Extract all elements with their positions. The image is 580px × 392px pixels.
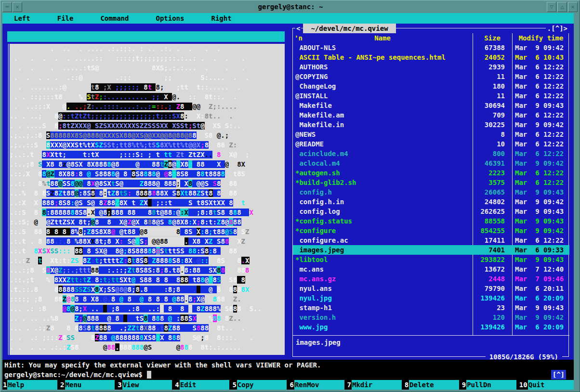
art-row: ... .: :8 @8@8;X .. ;8 .:8 ..: 8 8 8Z888… (10, 304, 285, 314)
file-row[interactable]: Makefile30694Mar 9 09:43 (293, 101, 569, 110)
panel-history-back-icon[interactable]: < (295, 24, 301, 33)
file-name: *config.status (293, 216, 472, 226)
file-size: 2939 (472, 62, 512, 72)
fkey-label: Edit (180, 380, 230, 390)
up-dir-badge[interactable]: [^] (551, 370, 566, 379)
file-row[interactable]: ASCII Table - ANSI~pe sequences.html2405… (293, 52, 569, 62)
file-row[interactable]: config.log262625Mar 9 09:43 (293, 207, 569, 216)
file-row[interactable]: @NEWS8Mar 6 12:22 (293, 130, 569, 139)
file-name: www.jpg (293, 322, 472, 332)
file-size: 79790 (472, 284, 512, 293)
file-size: 139426 (472, 322, 512, 332)
file-row[interactable]: mc.ans13672Mar 7 12:40 (293, 264, 569, 274)
file-name: @NEWS (293, 130, 472, 139)
file-name: config.log (293, 207, 472, 216)
fkey-view[interactable]: 3View (117, 380, 172, 390)
file-name: config.h (293, 187, 472, 197)
file-row[interactable]: Makefile.in30225Mar 9 09:42 (293, 120, 569, 130)
file-row[interactable]: config.h26065Mar 9 09:43 (293, 187, 569, 197)
art-row: .:.:Z t Xt:t:ZS 8Z:t;ttttZ:8t8S8 Z8888S8… (10, 256, 285, 265)
file-row[interactable]: @COPYING11Mar 6 12:22 (293, 72, 569, 81)
art-row: . .. . .... .:.:;:. : .. .:. . . . . (10, 44, 285, 53)
file-row[interactable]: ChangeLog180Mar 6 12:22 (293, 81, 569, 91)
file-row[interactable]: acinclude.m4800Mar 6 12:22 (293, 149, 569, 158)
file-row-selected[interactable]: images.jpeg7401Mar 6 09:33 (293, 245, 569, 255)
menu-bar: LeftFileCommandOptionsRight (2, 13, 574, 24)
fkey-label: Copy (237, 380, 287, 390)
file-size: 180 (472, 81, 512, 91)
fkey-label: Mkdir (352, 380, 402, 390)
file-size: 11 (472, 91, 512, 101)
file-name: config.h.in (293, 197, 472, 207)
quickview-status-bar: /home/gerge~images.jpeg 13428/14080 95% (7, 31, 285, 42)
shell-prompt[interactable]: gergely@stanc:~/devel/mc/mc.qview$ (4, 370, 151, 379)
window-shade-down-button[interactable]: ▽ (547, 2, 556, 12)
file-row[interactable]: aclocal.m446391Mar 9 09:42 (293, 158, 569, 168)
file-mtime: Mar 6 12:22 (512, 81, 569, 91)
file-row[interactable]: @README10Mar 6 12:22 (293, 139, 569, 149)
fkey-label: RenMov (294, 380, 344, 390)
fkey-help[interactable]: 1Help (2, 380, 57, 390)
file-row[interactable]: *libtool293822Mar 9 09:43 (293, 255, 569, 264)
file-name: version.h (293, 313, 472, 322)
file-name: @README (293, 139, 472, 149)
window-shade-up-button[interactable]: △ (557, 2, 567, 12)
file-mtime: Mar 9 09:43 (512, 207, 569, 216)
fkey-renmov[interactable]: 6RenMov (289, 380, 344, 390)
file-row[interactable]: nyul.ans79790Mar 6 20:11 (293, 284, 569, 293)
fkey-number: 6 (289, 380, 294, 390)
file-row[interactable]: mc.ans.gz2448Mar 7 09:46 (293, 274, 569, 284)
fkey-pulldn[interactable]: 9PullDn (461, 380, 516, 390)
file-row[interactable]: stamp-h123Mar 9 09:43 (293, 303, 569, 313)
file-name: AUTHORS (293, 62, 472, 72)
panel-path-title[interactable]: ~/devel/mc/mc.qview (303, 24, 396, 33)
file-row[interactable]: version.h120Mar 9 09:42 (293, 313, 569, 322)
file-name: ASCII Table - ANSI~pe sequences.html (293, 52, 472, 62)
file-size: 46391 (472, 158, 512, 168)
file-mtime: Mar 6 12:22 (512, 168, 569, 178)
panel-up-dir-icon[interactable]: .[^]> (546, 24, 569, 33)
file-mtime: Mar 9 09:43 (512, 255, 569, 264)
file-mtime: Mar 6 12:22 (512, 91, 569, 101)
file-row[interactable]: AUTHORS2939Mar 6 12:22 (293, 62, 569, 72)
file-row[interactable]: Makefile.am709Mar 6 12:22 (293, 110, 569, 120)
file-mtime: Mar 9 09:42 (512, 43, 569, 52)
fkey-number: 9 (461, 380, 466, 390)
file-list: ABOUT-NLS67388Mar 9 09:42 ASCII Table - … (293, 43, 569, 332)
file-row[interactable]: config.h.in24802Mar 9 09:42 (293, 197, 569, 207)
file-row[interactable]: @INSTALL11Mar 6 12:22 (293, 91, 569, 101)
file-size: 293822 (472, 255, 512, 264)
fkey-delete[interactable]: 8Delete (404, 380, 459, 390)
close-icon: ✕ (571, 3, 574, 10)
file-mtime: Mar 6 12:22 (512, 149, 569, 158)
file-size: 262625 (472, 207, 512, 216)
window-close-button[interactable]: ✕ (568, 2, 578, 12)
file-row[interactable]: configure.ac17411Mar 6 12:22 (293, 235, 569, 245)
right-panel-file-list: < ~/devel/mc/mc.qview .[^]> 'n Name Size… (290, 24, 573, 360)
file-row[interactable]: *configure854255Mar 9 09:42 (293, 226, 569, 235)
file-row[interactable]: *config.status88558Mar 9 09:43 (293, 216, 569, 226)
fkey-edit[interactable]: 4Edit (174, 380, 229, 390)
window-titlebar[interactable]: – ✕ gergely@stanc: ~ ▽ △ ✕ (1, 1, 580, 13)
fkey-menu[interactable]: 2Menu (60, 380, 115, 390)
menu-item-command[interactable]: Command (100, 13, 129, 24)
file-row[interactable]: www.jpg139426Mar 6 20:09 (293, 322, 569, 332)
file-row[interactable]: nyul.jpg139426Mar 6 20:09 (293, 293, 569, 303)
fkey-mkdir[interactable]: 7Mkdir (347, 380, 402, 390)
column-header-mtime: Modify time (512, 33, 570, 43)
file-row[interactable]: ABOUT-NLS67388Mar 9 09:42 (293, 43, 569, 52)
file-name: nyul.jpg (293, 293, 472, 303)
file-name: configure.ac (293, 235, 472, 245)
menu-item-options[interactable]: Options (156, 13, 184, 24)
file-row[interactable]: *build-glib2.sh3575Mar 6 12:22 (293, 178, 569, 187)
file-size: 854255 (472, 226, 512, 235)
file-size: 2448 (472, 274, 512, 284)
fkey-copy[interactable]: 5Copy (232, 380, 287, 390)
file-mtime: Mar 9 09:42 (512, 226, 569, 235)
menu-item-left[interactable]: Left (14, 13, 30, 24)
menu-item-right[interactable]: Right (211, 13, 231, 24)
art-row: .:.t . 8 88.:.8 %88XX8t;8 X: S@8S; @@88 … (10, 236, 285, 246)
file-row[interactable]: *autogen.sh2223Mar 6 12:22 (293, 168, 569, 178)
fkey-quit[interactable]: 10Quit (519, 380, 574, 390)
menu-item-file[interactable]: File (57, 13, 74, 24)
